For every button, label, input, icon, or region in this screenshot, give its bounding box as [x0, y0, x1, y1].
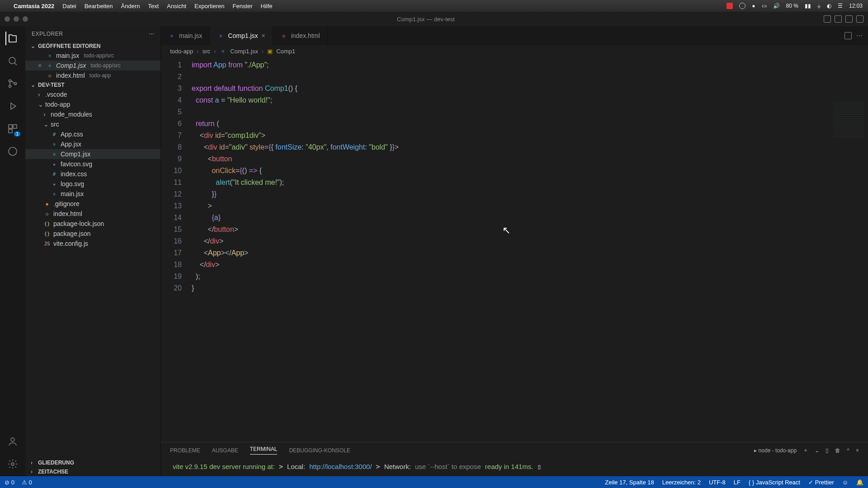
crumb[interactable]: Comp1.jsx	[230, 48, 258, 55]
file-item[interactable]: ⚛main.jsx	[25, 189, 160, 199]
cursor-position[interactable]: Zeile 17, Spalte 18	[605, 479, 654, 486]
panel-tab-output[interactable]: AUSGABE	[212, 447, 238, 454]
panel-tab-debug[interactable]: DEBUGGING-KONSOLE	[289, 447, 350, 454]
warning-icon[interactable]: ⚠ 0	[22, 479, 32, 486]
file-item[interactable]: ★favicon.svg	[25, 159, 160, 169]
folder-item[interactable]: ⌄todo-app	[25, 99, 160, 109]
tab-main[interactable]: ⚛main.jsx	[161, 26, 210, 45]
tab-index[interactable]: ◇index.html	[273, 26, 328, 45]
crumb[interactable]: Comp1	[276, 48, 295, 55]
display-icon[interactable]: ▭	[762, 3, 767, 9]
mac-menu-view[interactable]: Ansicht	[167, 3, 186, 9]
split-icon[interactable]	[844, 32, 852, 39]
close-icon[interactable]: ×	[38, 62, 43, 69]
layout-icon[interactable]	[824, 15, 831, 23]
outline-label[interactable]: GLIEDERUNG	[38, 460, 74, 466]
encoding[interactable]: UTF-8	[709, 479, 726, 486]
tray-icon[interactable]: ●	[752, 3, 755, 9]
file-item[interactable]: #App.css	[25, 129, 160, 139]
folder-item[interactable]: ⌄src	[25, 119, 160, 129]
account-icon[interactable]	[6, 435, 19, 448]
terminal-output[interactable]: vite v2.9.15 dev server running at: > Lo…	[161, 458, 868, 476]
file-item[interactable]: #index.css	[25, 169, 160, 179]
more-icon[interactable]: ⋯	[149, 31, 155, 37]
panel-tab-problems[interactable]: PROBLEME	[170, 447, 200, 454]
battery-percent[interactable]: 80 %	[786, 3, 798, 9]
breadcrumbs[interactable]: todo-app› src› ⚛Comp1.jsx› ▣Comp1	[161, 45, 868, 57]
open-editors-label[interactable]: GEÖFFNETE EDITOREN	[38, 43, 100, 49]
file-name: main.jsx	[56, 52, 79, 59]
tray-icon[interactable]: ◐	[827, 3, 831, 9]
crumb[interactable]: todo-app	[170, 48, 193, 55]
search-icon[interactable]	[6, 54, 19, 68]
mac-menu-change[interactable]: Ändern	[121, 3, 140, 9]
bell-icon[interactable]: 🔔	[856, 479, 863, 486]
file-item[interactable]: ⚛Comp1.jsx	[25, 149, 160, 159]
code-editor[interactable]: 1234567891011121314151617181920 import A…	[161, 57, 868, 442]
crumb[interactable]: src	[203, 48, 210, 55]
clock[interactable]: 12:03	[849, 3, 863, 9]
indentation[interactable]: Leerzeichen: 2	[662, 479, 701, 486]
wifi-icon[interactable]: ⏚	[817, 3, 821, 9]
code-content[interactable]: import App from "./App"; export default …	[188, 57, 399, 442]
minimap[interactable]	[833, 103, 864, 139]
term-label: Network:	[384, 463, 411, 470]
layout-icon[interactable]	[835, 15, 842, 23]
more-icon[interactable]: ⋯	[856, 32, 863, 39]
panel-tab-terminal[interactable]: TERMINAL	[250, 446, 278, 455]
error-icon[interactable]: ⊘ 0	[5, 479, 14, 486]
term-url[interactable]: http://localhost:3000/	[309, 463, 372, 470]
control-center-icon[interactable]: ☰	[838, 3, 843, 9]
tab-comp1[interactable]: ⚛Comp1.jsx×	[210, 26, 273, 45]
trash-icon[interactable]: 🗑	[835, 447, 840, 454]
language-mode[interactable]: { } JavaScript React	[749, 479, 800, 486]
layout-icon[interactable]	[856, 15, 863, 23]
chevron-down-icon[interactable]: ⌄	[815, 447, 819, 454]
close-panel-icon[interactable]: ×	[856, 447, 859, 454]
volume-icon[interactable]: 🔊	[773, 3, 780, 9]
file-item[interactable]: JSvite.config.js	[25, 239, 160, 249]
mac-menu-edit[interactable]: Bearbeiten	[85, 3, 113, 9]
file-item[interactable]: ⚛App.jsx	[25, 139, 160, 149]
tray-icon[interactable]	[739, 3, 745, 9]
mac-menu-help[interactable]: Hilfe	[261, 3, 273, 9]
remote-icon[interactable]	[6, 145, 19, 158]
open-editor-item[interactable]: ◇index.htmltodo-app	[25, 70, 160, 80]
new-terminal-icon[interactable]: ＋	[803, 446, 808, 454]
tab-label: Comp1.jsx	[228, 32, 258, 39]
svg-point-1	[9, 80, 11, 82]
svg-point-7	[9, 147, 17, 155]
mac-menu-window[interactable]: Fenster	[232, 3, 252, 9]
feedback-icon[interactable]: ☺	[842, 479, 848, 486]
terminal-task[interactable]: ▸ node - todo-app	[754, 447, 797, 454]
battery-icon[interactable]: ▮▮	[805, 3, 811, 9]
folder-item[interactable]: ›.vscode	[25, 89, 160, 99]
layout-icon[interactable]	[845, 15, 853, 23]
mac-menu-file[interactable]: Datei	[62, 3, 76, 9]
split-terminal-icon[interactable]: ▯	[826, 447, 829, 454]
debug-icon[interactable]	[6, 99, 19, 113]
file-item[interactable]: {}package-lock.json	[25, 219, 160, 229]
prettier-status[interactable]: ✓ Prettier	[808, 479, 834, 486]
close-icon[interactable]: ×	[262, 32, 265, 39]
explorer-icon[interactable]	[5, 32, 19, 45]
file-item[interactable]: ◆.gitignore	[25, 199, 160, 209]
mac-menu-export[interactable]: Exportieren	[194, 3, 224, 9]
timeline-label[interactable]: ZEITACHSE	[38, 469, 68, 475]
mac-menu-text[interactable]: Text	[148, 3, 159, 9]
traffic-lights[interactable]	[5, 16, 28, 22]
workspace-label[interactable]: DEV-TEST	[38, 82, 65, 88]
open-editor-item[interactable]: ⚛main.jsxtodo-app/src	[25, 51, 160, 61]
eol[interactable]: LF	[734, 479, 741, 486]
file-item[interactable]: {}package.json	[25, 229, 160, 239]
settings-icon[interactable]	[6, 457, 19, 471]
extensions-icon[interactable]: 1	[6, 122, 19, 136]
file-item[interactable]: ★logo.svg	[25, 179, 160, 189]
chevron-up-icon[interactable]: ^	[847, 447, 849, 454]
source-control-icon[interactable]	[6, 77, 19, 90]
mac-app-name[interactable]: Camtasia 2022	[14, 3, 54, 9]
open-editor-item[interactable]: ×⚛Comp1.jsxtodo-app/src	[25, 61, 160, 70]
folder-item[interactable]: ›node_modules	[25, 109, 160, 119]
file-item[interactable]: ◇index.html	[25, 209, 160, 219]
record-icon[interactable]	[726, 3, 733, 9]
